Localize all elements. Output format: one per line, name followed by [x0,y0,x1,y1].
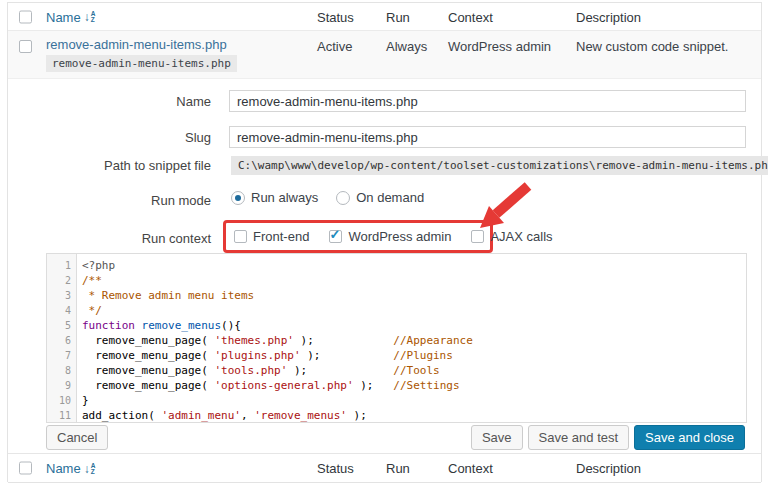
path-field-label: Path to snippet file [38,158,211,173]
column-header-status-bottom: Status [317,461,354,476]
slug-input[interactable] [229,126,746,148]
table-header-top: ✓ Name ↓ AZ Status Run Context Descripti… [8,3,761,31]
save-and-close-button[interactable]: Save and close [634,425,745,450]
run-mode-options: Run always On demand [231,190,424,205]
snippet-slug-badge: remove-admin-menu-items.php [46,55,237,72]
select-all-checkbox-bottom[interactable]: ✓ [19,462,32,475]
column-header-status: Status [317,9,354,24]
save-button-group: Save Save and test Save and close [471,425,745,450]
column-header-name-bottom[interactable]: Name ↓ AZ [46,461,95,476]
name-input[interactable] [229,90,746,112]
description-cell: New custom code snippet. [576,39,728,54]
run-cell: Always [386,39,427,54]
editor-code[interactable]: <?php/** * Remove admin menu items */fun… [77,254,746,422]
column-header-run-bottom: Run [386,461,410,476]
sort-az-icon: ↓ AZ [84,462,96,474]
column-header-description-bottom: Description [576,461,641,476]
radio-on-demand[interactable] [336,191,350,205]
context-cell: WordPress admin [448,39,551,54]
column-header-context: Context [448,9,493,24]
slug-field-label: Slug [38,130,211,145]
column-header-name[interactable]: Name ↓ AZ [46,9,95,24]
run-mode-option-on-demand[interactable]: On demand [336,190,424,205]
annotation-arrow-icon [472,181,538,233]
cancel-button[interactable]: Cancel [46,425,108,450]
column-name-label: Name [46,9,81,24]
name-field-label: Name [38,94,211,109]
checkbox-wordpress-admin[interactable]: ✓ [329,230,342,243]
save-button[interactable]: Save [471,425,523,450]
run-context-label: Run context [38,231,211,246]
radio-run-always[interactable] [231,191,245,205]
checkbox-ajax-calls[interactable]: ✓ [471,230,484,243]
snippet-file-path: C:\wamp\www\develop/wp-content/toolset-c… [231,156,768,175]
run-mode-label: Run mode [38,193,211,208]
sort-az-icon: ↓ AZ [84,11,96,23]
context-option-front-end[interactable]: ✓ Front-end [234,229,309,244]
column-header-description: Description [576,9,641,24]
run-context-options: ✓ Front-end ✓ WordPress admin ✓ AJAX cal… [234,229,553,244]
run-mode-option-run-always[interactable]: Run always [231,190,318,205]
snippets-page: ✓ Name ↓ AZ Status Run Context Descripti… [0,0,768,486]
context-option-wordpress-admin[interactable]: ✓ WordPress admin [329,229,451,244]
editor-gutter: 1234567891011 [47,254,77,422]
table-header-bottom: ✓ Name ↓ AZ Status Run Context Descripti… [8,453,761,483]
context-option-ajax-calls[interactable]: ✓ AJAX calls [471,229,552,244]
status-cell: Active [317,39,352,54]
code-editor[interactable]: 1234567891011 <?php/** * Remove admin me… [46,253,747,423]
row-checkbox[interactable]: ✓ [19,40,32,53]
checkbox-front-end[interactable]: ✓ [234,230,247,243]
select-all-checkbox[interactable]: ✓ [19,10,32,23]
column-header-run: Run [386,9,410,24]
column-header-context-bottom: Context [448,461,493,476]
save-and-test-button[interactable]: Save and test [528,425,630,450]
snippet-name-link[interactable]: remove-admin-menu-items.php [46,37,227,52]
table-row: ✓ remove-admin-menu-items.php remove-adm… [8,31,761,79]
snippets-table: ✓ Name ↓ AZ Status Run Context Descripti… [7,2,762,482]
